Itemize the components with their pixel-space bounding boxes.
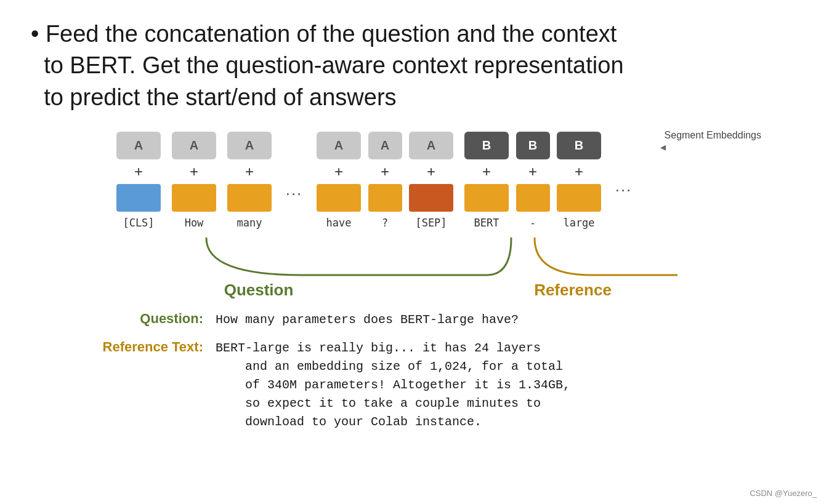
embed-bert xyxy=(464,184,509,212)
seg-badge-bert: B xyxy=(464,132,509,159)
label-bert: BERT xyxy=(474,217,499,229)
reference-row: Reference Text: BERT-large is really big… xyxy=(80,339,798,431)
label-large: large xyxy=(563,217,594,229)
seg-badge-how: A xyxy=(172,132,216,159)
reference-label: Reference xyxy=(471,281,674,300)
reference-label-text: Reference Text: xyxy=(80,339,203,355)
label-cls: [CLS] xyxy=(123,217,154,229)
bullet-point: • xyxy=(31,21,46,47)
label-have: have xyxy=(326,217,352,229)
qa-section: Question: How many parameters does BERT-… xyxy=(80,311,798,431)
segment-embeddings-label: Segment Embeddings xyxy=(665,129,761,142)
token-dash: B + - xyxy=(514,132,551,229)
token-many: A + many xyxy=(222,132,277,229)
label-q: ? xyxy=(382,217,388,229)
embed-q xyxy=(368,184,402,212)
embed-how xyxy=(172,184,216,212)
seg-badge-have: A xyxy=(317,132,361,159)
seg-badge-q: A xyxy=(368,132,402,159)
reference-value: BERT-large is really big... it has 24 la… xyxy=(216,339,570,431)
embed-cls xyxy=(116,184,161,212)
token-sep: A + [SEP] xyxy=(403,132,459,229)
embed-many xyxy=(227,184,272,212)
tokens-row: A + [CLS] A + How A + many xyxy=(111,132,641,229)
token-bert: B + BERT xyxy=(459,132,514,229)
seg-badge-sep: A xyxy=(409,132,453,159)
header-line2: to BERT. Get the question-aware context … xyxy=(44,52,623,78)
segment-arrow: ◂ xyxy=(660,140,666,154)
token-have: A + have xyxy=(311,132,366,229)
label-how: How xyxy=(185,217,204,229)
question-label-text: Question: xyxy=(80,311,203,327)
brace-labels: Question Reference xyxy=(92,281,677,300)
label-dash: - xyxy=(530,217,536,229)
seg-badge-dash: B xyxy=(516,132,550,159)
header-text: • Feed the concatenation of the question… xyxy=(31,18,798,113)
ellipsis-2: ... xyxy=(607,132,641,220)
token-question: A + ? xyxy=(366,132,403,229)
question-row: Question: How many parameters does BERT-… xyxy=(80,311,798,329)
main-container: • Feed the concatenation of the question… xyxy=(0,0,829,444)
question-label: Question xyxy=(126,281,391,300)
embed-large xyxy=(557,184,601,212)
header-line3: to predict the start/end of answers xyxy=(44,84,396,110)
braces-container xyxy=(92,235,677,287)
question-value: How many parameters does BERT-large have… xyxy=(216,311,519,329)
question-brace xyxy=(206,238,511,275)
reference-brace xyxy=(535,238,677,275)
embed-have xyxy=(317,184,361,212)
token-large: B + large xyxy=(551,132,607,229)
token-cls: A + [CLS] xyxy=(111,132,166,229)
seg-badge-cls: A xyxy=(116,132,161,159)
watermark: CSDN @Yuezero_ xyxy=(750,489,817,498)
label-sep: [SEP] xyxy=(415,217,447,229)
seg-badge-large: B xyxy=(557,132,601,159)
braces-svg xyxy=(92,235,677,284)
label-many: many xyxy=(237,217,262,229)
ellipsis-1: + ... xyxy=(277,132,311,224)
header-line1: Feed the concatenation of the question a… xyxy=(46,21,617,47)
token-how: A + How xyxy=(166,132,222,229)
embed-sep xyxy=(409,184,453,212)
embed-dash xyxy=(516,184,550,212)
seg-badge-many: A xyxy=(227,132,272,159)
